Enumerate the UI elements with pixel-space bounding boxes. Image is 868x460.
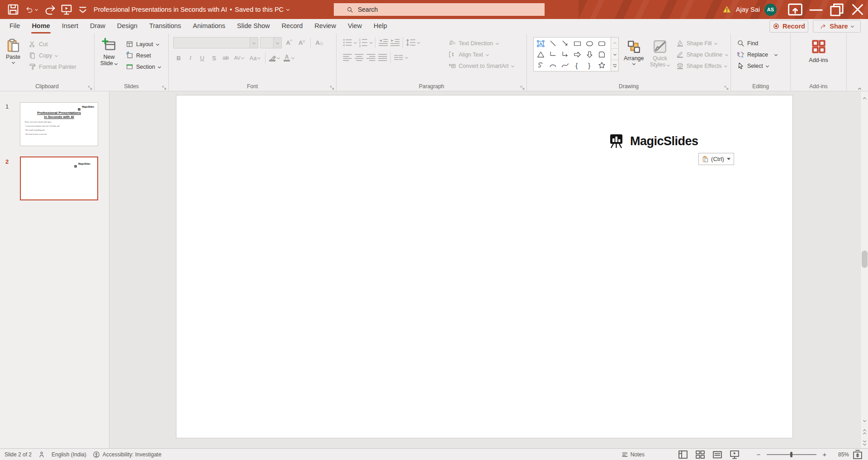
undo-dropdown-icon[interactable] xyxy=(35,8,38,11)
tab-draw[interactable]: Draw xyxy=(84,19,111,33)
collapse-ribbon-icon[interactable] xyxy=(858,84,864,88)
user-name[interactable]: Ajay Sai xyxy=(736,6,760,13)
paste-dropdown-icon[interactable] xyxy=(12,61,15,64)
normal-view-button[interactable] xyxy=(674,449,692,460)
paragraph-dialog-launcher-icon[interactable] xyxy=(520,84,525,89)
font-dialog-launcher-icon[interactable] xyxy=(330,84,335,89)
change-case-button[interactable]: Aa xyxy=(247,52,263,63)
reset-button[interactable]: Reset xyxy=(123,50,163,61)
align-left-button[interactable] xyxy=(342,52,353,63)
accessibility-checker-icon[interactable] xyxy=(93,451,100,458)
align-center-button[interactable] xyxy=(354,52,365,63)
reading-view-button[interactable] xyxy=(709,449,726,460)
previous-slide-button[interactable] xyxy=(861,427,868,436)
shape-right-brace[interactable]: } xyxy=(583,60,596,71)
shape-rounded-rectangle[interactable] xyxy=(596,38,608,49)
language-status[interactable]: English (India) xyxy=(52,451,86,458)
search-input[interactable] xyxy=(358,6,507,13)
layout-button[interactable]: Layout xyxy=(123,38,163,50)
text-shadow-button[interactable]: S xyxy=(209,52,219,63)
repeat-icon[interactable] xyxy=(43,3,57,16)
find-button[interactable]: Find xyxy=(735,38,790,49)
line-spacing-button[interactable] xyxy=(405,37,416,48)
close-button[interactable] xyxy=(847,0,868,19)
font-color-button[interactable]: A xyxy=(282,52,296,63)
new-slide-dropdown-icon[interactable] xyxy=(114,62,118,65)
shape-arrow-down[interactable] xyxy=(583,49,596,60)
arrange-button[interactable]: Arrange xyxy=(621,37,646,65)
title-dropdown-icon[interactable] xyxy=(286,8,289,11)
undo-icon[interactable] xyxy=(23,3,41,16)
italic-button[interactable]: I xyxy=(185,52,196,63)
shape-snip-corner-shape[interactable] xyxy=(596,49,608,60)
paste-options-button[interactable]: (Ctrl) xyxy=(698,153,734,165)
decrease-indent-button[interactable] xyxy=(378,37,389,48)
record-button[interactable]: Record xyxy=(769,20,808,33)
cut-button[interactable]: Cut xyxy=(26,38,79,50)
shape-fill-button[interactable]: Shape Fill xyxy=(674,38,730,49)
shape-line-arrow[interactable] xyxy=(559,38,571,49)
shape-elbow-connector[interactable] xyxy=(547,49,559,60)
arrange-dropdown-icon[interactable] xyxy=(632,62,636,65)
shapes-scroll-up-icon[interactable] xyxy=(611,38,618,49)
text-direction-button[interactable]: AText Direction xyxy=(446,38,517,49)
clear-formatting-button[interactable]: A◇ xyxy=(314,38,325,48)
tab-view[interactable]: View xyxy=(342,19,368,33)
highlight-color-button[interactable] xyxy=(268,52,281,63)
shape-rectangle[interactable] xyxy=(571,38,583,49)
bold-button[interactable]: B xyxy=(173,52,184,63)
underline-button[interactable]: U xyxy=(197,52,208,63)
slide-canvas[interactable]: MagicSlides (Ctrl) xyxy=(176,95,793,438)
shape-effects-button[interactable]: Shape Effects xyxy=(674,60,730,71)
replace-button[interactable]: bcReplace xyxy=(735,49,790,60)
addins-button[interactable]: Add-ins xyxy=(791,36,846,63)
align-right-button[interactable] xyxy=(365,52,376,63)
copy-button[interactable]: Copy xyxy=(26,50,79,61)
character-spacing-button[interactable]: AV xyxy=(232,52,247,63)
clipboard-dialog-launcher-icon[interactable] xyxy=(88,84,93,89)
tab-slide-show[interactable]: Slide Show xyxy=(231,19,276,33)
shape-elbow-arrow-connector[interactable] xyxy=(559,49,571,60)
save-icon[interactable] xyxy=(6,3,20,16)
paste-button[interactable]: Paste xyxy=(0,36,26,64)
zoom-in-button[interactable]: + xyxy=(820,451,829,458)
tab-file[interactable]: File xyxy=(4,19,26,33)
fit-slide-to-window-button[interactable] xyxy=(849,449,864,460)
slide-indicator[interactable]: Slide 2 of 2 xyxy=(5,451,32,458)
customize-qat-icon[interactable] xyxy=(76,3,90,16)
grow-font-button[interactable]: A^ xyxy=(284,38,294,48)
scroll-up-icon[interactable] xyxy=(861,94,868,102)
scroll-down-icon[interactable] xyxy=(861,417,868,425)
tab-insert[interactable]: Insert xyxy=(56,19,84,33)
shrink-font-button[interactable]: Av xyxy=(296,38,307,48)
tab-design[interactable]: Design xyxy=(111,19,143,33)
search-box[interactable] xyxy=(334,3,545,16)
font-size-combo[interactable] xyxy=(260,37,282,48)
copy-dropdown-icon[interactable] xyxy=(55,54,58,57)
zoom-level[interactable]: 85% xyxy=(832,451,849,458)
paste-options-dropdown-icon[interactable] xyxy=(727,158,730,160)
new-slide-button[interactable]: New Slide xyxy=(95,36,123,66)
tab-help[interactable]: Help xyxy=(368,19,393,33)
notes-toggle[interactable]: Notes xyxy=(619,449,647,460)
restore-button[interactable] xyxy=(826,0,847,19)
shape-outline-button[interactable]: Shape Outline xyxy=(674,49,730,60)
drawing-dialog-launcher-icon[interactable] xyxy=(724,84,729,89)
format-painter-button[interactable]: Format Painter xyxy=(26,61,79,72)
convert-smartart-button[interactable]: Convert to SmartArt xyxy=(446,60,517,71)
layout-dropdown-icon[interactable] xyxy=(156,43,159,46)
minimize-button[interactable] xyxy=(806,0,826,19)
document-title[interactable]: Professional Presentations in Seconds wi… xyxy=(94,0,289,19)
share-dropdown-icon[interactable] xyxy=(851,25,854,28)
align-text-button[interactable]: Align Text xyxy=(446,49,517,60)
select-button[interactable]: Select xyxy=(735,60,790,71)
slide-2-thumbnail[interactable]: MagicSlides xyxy=(20,156,98,200)
start-slideshow-icon[interactable] xyxy=(60,3,73,16)
font-name-combo[interactable] xyxy=(173,37,258,48)
columns-button[interactable] xyxy=(393,52,404,63)
shape-text-box[interactable]: A xyxy=(535,38,547,49)
warning-icon[interactable] xyxy=(722,5,731,14)
shape-arc[interactable] xyxy=(547,60,559,71)
shape-arrow-right[interactable] xyxy=(571,49,583,60)
tab-transitions[interactable]: Transitions xyxy=(143,19,187,33)
